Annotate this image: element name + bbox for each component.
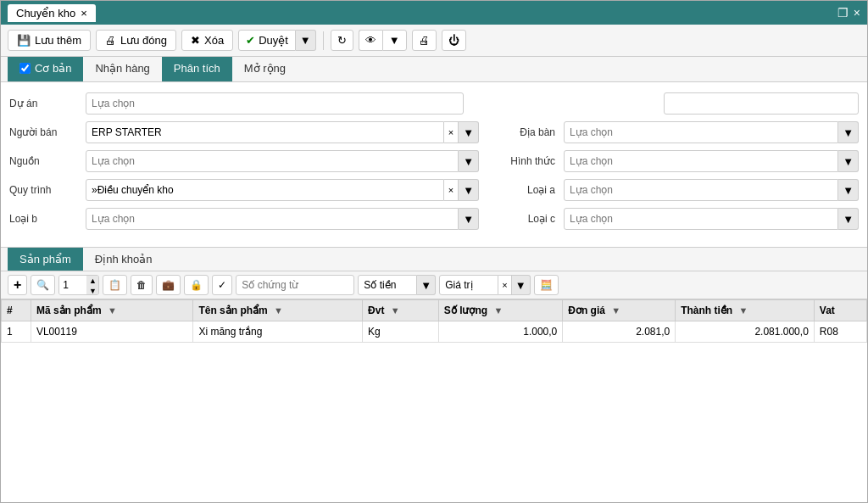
filter-ten-san-pham[interactable]: ▼ [274,305,283,316]
so-chung-tu-input[interactable] [236,275,354,295]
add-row-button[interactable]: + [8,275,27,295]
so-tien-dropdown[interactable]: ▼ [417,275,436,295]
approve-icon: ✔ [246,34,255,47]
hinh-thuc-input[interactable] [564,150,838,172]
tab-mo-rong[interactable]: Mở rộng [232,57,298,81]
check-button[interactable]: ✓ [212,275,232,295]
cell-ma-san-pham: VL00119 [31,321,192,343]
loai-c-select: ▼ [564,208,859,230]
tab-co-ban[interactable]: Cơ bản [8,57,83,81]
calc-button[interactable]: 🧮 [534,275,559,295]
loai-c-input[interactable] [564,208,838,230]
view-dropdown-button[interactable]: ▼ [382,30,407,51]
toolbar: 💾 Lưu thêm 🖨 Lưu đóng ✖ Xóa ✔ Duyệt ▼ ↻ … [1,25,867,57]
col-ma-san-pham: Mã sản phẩm ▼ [31,300,192,321]
row-number-input[interactable] [59,276,86,294]
du-an-extra-input[interactable] [664,92,859,115]
loai-b-dropdown-button[interactable]: ▼ [459,208,479,230]
nguon-input[interactable] [86,150,459,172]
cell-don-gia: 2.081,0 [563,321,676,343]
delete-row-button[interactable]: 🗑 [131,275,153,295]
quy-trinh-dropdown-button[interactable]: ▼ [459,179,479,201]
quy-trinh-clear-button[interactable]: × [444,179,459,201]
gia-tri-dropdown[interactable]: ▼ [512,275,531,295]
gia-tri-clear[interactable]: × [498,275,511,295]
loai-a-label: Loại a [487,184,555,196]
approve-dropdown-button[interactable]: ▼ [296,30,316,51]
delete-button[interactable]: ✖ Xóa [181,30,233,51]
gia-tri-input[interactable] [439,275,498,295]
nguoi-ban-select: × ▼ [86,121,479,143]
loai-a-input[interactable] [564,179,838,201]
filter-ma-san-pham[interactable]: ▼ [108,305,117,316]
row-number-spin: ▲ ▼ [86,276,98,294]
power-button[interactable]: ⏻ [442,30,466,51]
col-vat: Vat [814,300,866,321]
form-row-du-an: Dự án [9,92,859,115]
lock-button[interactable]: 🔒 [184,275,209,295]
du-an-input[interactable] [86,92,464,115]
filter-don-gia[interactable]: ▼ [611,305,620,316]
title-text: Chuyển kho [16,7,75,20]
filter-dvt[interactable]: ▼ [391,305,400,316]
tab-co-ban-checkbox[interactable] [19,63,31,74]
dia-ban-input[interactable] [564,121,838,143]
print-button[interactable]: 🖨 [412,30,437,51]
nguoi-ban-clear-button[interactable]: × [444,121,459,143]
tab-phan-tich[interactable]: Phân tích [162,57,232,81]
form-row-quy-trinh: Quy trình × ▼ Loại a ▼ [9,179,859,201]
filter-so-luong[interactable]: ▼ [493,305,503,316]
copy-row-button[interactable]: 📋 [103,275,127,295]
approve-button[interactable]: ✔ Duyệt [238,30,296,51]
row-number-spinner: ▲ ▼ [58,275,99,295]
quy-trinh-input[interactable] [86,179,444,201]
product-tab-dinh-khoan[interactable]: Định khoản [83,248,164,271]
cell-dvt: Kg [363,321,439,343]
so-tien-input[interactable] [358,275,417,295]
form-row-loai-b: Loại b ▼ Loại c ▼ [9,208,859,230]
delete-icon: ✖ [191,34,200,47]
main-tabs: Cơ bản Nhận hàng Phân tích Mở rộng [1,57,867,82]
nguoi-ban-dropdown-button[interactable]: ▼ [459,121,479,143]
row-number-up[interactable]: ▲ [86,276,98,286]
hinh-thuc-dropdown-button[interactable]: ▼ [838,150,859,172]
product-table: # Mã sản phẩm ▼ Tên sản phẩm ▼ Đvt ▼ Số … [1,299,867,502]
loai-a-dropdown-button[interactable]: ▼ [838,179,859,201]
col-don-gia: Đơn giá ▼ [563,300,676,321]
col-thanh-tien: Thành tiền ▼ [676,300,815,321]
filter-thanh-tien[interactable]: ▼ [739,305,748,316]
loai-c-dropdown-button[interactable]: ▼ [838,208,859,230]
window-close-button[interactable]: × [854,6,860,20]
col-dvt: Đvt ▼ [363,300,439,321]
row-number-down[interactable]: ▼ [86,286,98,295]
restore-button[interactable]: ❐ [837,6,849,20]
product-toolbar: + 🔍 ▲ ▼ 📋 🗑 💼 🔒 ✓ ▼ × ▼ [1,271,867,299]
loai-b-label: Loại b [9,213,77,225]
save-close-button[interactable]: 🖨 Lưu đóng [96,30,176,51]
search-row-button[interactable]: 🔍 [31,275,55,295]
dinh-khoan-label: Định khoản [95,253,153,265]
view-button[interactable]: 👁 [359,30,382,51]
save-plus-button[interactable]: 💾 Lưu thêm [8,30,91,51]
save-plus-label: Lưu thêm [35,34,81,47]
dia-ban-dropdown-button[interactable]: ▼ [838,121,859,143]
save-plus-icon: 💾 [17,34,31,47]
nguon-dropdown-button[interactable]: ▼ [459,150,479,172]
tab-nhan-hang[interactable]: Nhận hàng [83,57,161,81]
tab-mo-rong-label: Mở rộng [244,62,286,75]
form-area: Dự án Người bán × ▼ Địa bàn ▼ Nguồn [1,82,867,247]
form-row-nguon: Nguồn ▼ Hình thức ▼ [9,150,859,172]
so-tien-select: ▼ [358,275,436,295]
title-bar-left: Chuyển kho × [8,4,96,22]
nguoi-ban-input[interactable] [86,121,444,143]
refresh-button[interactable]: ↻ [331,30,353,51]
loai-b-input[interactable] [86,208,459,230]
briefcase-button[interactable]: 💼 [156,275,181,295]
nguon-select: ▼ [86,150,479,172]
tab-close-icon[interactable]: × [81,7,87,20]
view-wrapper: 👁 ▼ [359,30,407,51]
table-row[interactable]: 1 VL00119 Xi măng trắng Kg 1.000,0 2.081… [2,321,867,343]
product-tab-san-pham[interactable]: Sản phẩm [8,248,83,271]
nguoi-ban-label: Người bán [9,126,77,138]
du-an-label: Dự án [9,98,77,109]
